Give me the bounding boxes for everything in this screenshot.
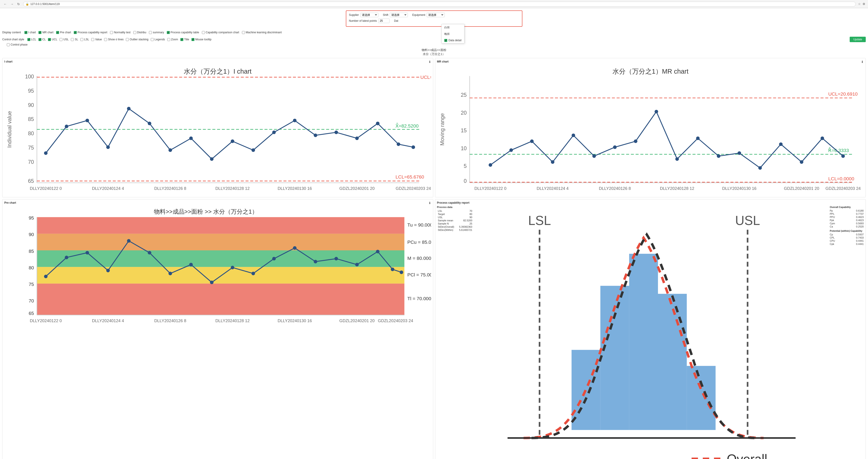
svg-text:DLLY20240128 12: DLLY20240128 12 <box>215 186 250 191</box>
cap-row-ppk: Ppk 0.4623 <box>830 219 864 222</box>
cl-checkbox[interactable] <box>38 38 41 41</box>
latest-points-label: Number of latest points <box>349 19 377 23</box>
lsl-checkbox[interactable] <box>80 38 83 41</box>
mr-chart-svg: 水分（万分之1）MR chart 0 5 10 15 20 25 Moving … <box>437 64 864 195</box>
control-style-row: Control chart style LCL CL UCL USL SL LS… <box>2 36 866 43</box>
pre-chart-download[interactable]: ⬇ <box>429 201 431 205</box>
svg-point-75 <box>820 136 824 140</box>
outlier-checkbox[interactable] <box>126 38 129 41</box>
svg-text:DLLY20240126 8: DLLY20240126 8 <box>599 186 630 191</box>
lsl-check: LSL <box>80 38 89 41</box>
ml-discrim-label: Machine learning discriminant <box>246 31 282 34</box>
shift-dropdown[interactable]: 白班 晚班 Data detail <box>441 24 464 44</box>
svg-point-120 <box>376 250 379 254</box>
potential-cap-title: Potential (within) Capability <box>830 229 864 232</box>
control-phase-checkbox[interactable] <box>7 43 10 46</box>
svg-text:5: 5 <box>464 163 466 169</box>
table-row: StDev(Within)5.61465721 <box>437 228 473 232</box>
back-button[interactable]: ← <box>2 2 8 6</box>
supplier-select[interactable]: 请选择 <box>360 13 378 17</box>
svg-text:85: 85 <box>28 116 34 122</box>
process-cap-checkbox[interactable] <box>74 31 77 34</box>
svg-point-76 <box>841 154 845 158</box>
ml-discrim-checkbox[interactable] <box>242 31 245 34</box>
mr-chart-check-group: MR chart <box>38 31 54 34</box>
svg-point-72 <box>758 166 762 170</box>
sl-checkbox[interactable] <box>71 38 74 41</box>
svg-text:20: 20 <box>461 110 466 116</box>
mr-chart-download[interactable]: ⬇ <box>861 60 864 64</box>
svg-point-106 <box>86 251 89 255</box>
cap-row-ca: Ca 0.2520 <box>830 225 864 228</box>
svg-text:DLLY20240124 4: DLLY20240124 4 <box>536 186 568 191</box>
svg-text:X̄=82.5200: X̄=82.5200 <box>395 123 418 128</box>
cap-table-label: Process capability table <box>170 31 199 34</box>
stdev-within-label: StDev(Within) <box>437 228 457 232</box>
svg-text:Moving range: Moving range <box>439 113 445 146</box>
mr-chart-title: MR chart <box>437 60 864 63</box>
mr-chart-checkbox[interactable] <box>38 31 41 34</box>
usl-checkbox[interactable] <box>60 38 62 41</box>
i-chart-checkbox[interactable] <box>25 31 27 34</box>
i-chart-download[interactable]: ⬇ <box>429 60 431 64</box>
value-checkbox[interactable] <box>91 38 94 41</box>
bookmark-icon[interactable]: ☆ <box>858 2 861 6</box>
svg-text:DLLY20240122 0: DLLY20240122 0 <box>474 186 506 191</box>
normality-checkbox[interactable] <box>110 31 113 34</box>
dropdown-item-day[interactable]: 白班 <box>442 24 464 31</box>
legends-checkbox[interactable] <box>151 38 154 41</box>
mouse-tooltip-checkbox[interactable] <box>191 38 194 41</box>
shift-select[interactable]: 请选择 <box>390 13 408 17</box>
address-bar[interactable]: 🔒 127.0.0.1:5001/item/119 <box>23 2 856 6</box>
update-button[interactable]: Update <box>850 37 866 42</box>
outlier-check: Outlier stacking <box>126 38 149 41</box>
value-check: Value <box>91 38 102 41</box>
svg-rect-89 <box>37 284 404 315</box>
ucl-checkbox[interactable] <box>48 38 51 41</box>
data-detail-checkbox[interactable] <box>444 39 447 42</box>
svg-point-60 <box>509 148 513 152</box>
control-style-label: Control chart style <box>2 38 24 41</box>
latest-points-input[interactable]: 25 <box>378 19 390 23</box>
value-label: Value <box>95 38 102 41</box>
target-row-value: 80 <box>457 212 473 216</box>
mouse-tooltip-check: Mouse tooltip <box>191 38 211 41</box>
pre-chart-checkbox[interactable] <box>56 31 59 34</box>
refresh-button[interactable]: ↻ <box>16 2 21 6</box>
lcl-checkbox[interactable] <box>27 38 30 41</box>
settings-icon[interactable]: ⚙ <box>862 2 866 6</box>
page-content: Supplier 请选择 Shift 请选择 白班 晚班 <box>0 8 868 459</box>
svg-point-64 <box>592 154 596 158</box>
title-checkbox[interactable] <box>180 38 183 41</box>
svg-rect-86 <box>37 234 404 250</box>
ppk-value: 0.4623 <box>856 219 864 222</box>
usl-row-value: 90 <box>457 216 473 219</box>
svg-text:75: 75 <box>28 145 34 151</box>
lsl-row-value: 70 <box>457 209 473 212</box>
cap-table-checkbox[interactable] <box>167 31 170 34</box>
usl-check: USL <box>60 38 69 41</box>
dropdown-item-night[interactable]: 晚班 <box>442 31 464 37</box>
svg-point-68 <box>675 157 679 161</box>
pcr-data-table: Process data LSL70 Target80 USL90 Sample… <box>437 206 473 459</box>
data-detail-check[interactable]: Data detail <box>442 37 464 43</box>
pcr-capability: Overall Capability Pp 0.6180 PPL 0.7737 … <box>830 206 864 459</box>
sample-mean-label: Sample mean <box>437 219 457 222</box>
svg-point-122 <box>400 270 403 274</box>
show-lines-checkbox[interactable] <box>104 38 107 41</box>
distrib-checkbox[interactable] <box>133 31 136 34</box>
svg-text:85: 85 <box>29 249 34 254</box>
svg-point-112 <box>210 281 214 284</box>
svg-point-24 <box>189 136 193 140</box>
browser-bar: ← → ↻ 🔒 127.0.0.1:5001/item/119 ☆ ⚙ <box>0 0 868 8</box>
forward-button[interactable]: → <box>9 2 15 6</box>
cap-compare-checkbox[interactable] <box>202 31 205 34</box>
lcl-label: LCL <box>31 38 36 41</box>
table-row: Target80 <box>437 212 473 216</box>
equipment-select[interactable]: 请选择 <box>427 13 445 17</box>
svg-point-27 <box>251 148 255 152</box>
svg-text:Tu = 90.0000: Tu = 90.0000 <box>407 222 431 227</box>
browser-nav[interactable]: ← → ↻ <box>2 2 21 6</box>
summary-checkbox[interactable] <box>149 31 152 34</box>
zoom-checkbox[interactable] <box>167 38 170 41</box>
